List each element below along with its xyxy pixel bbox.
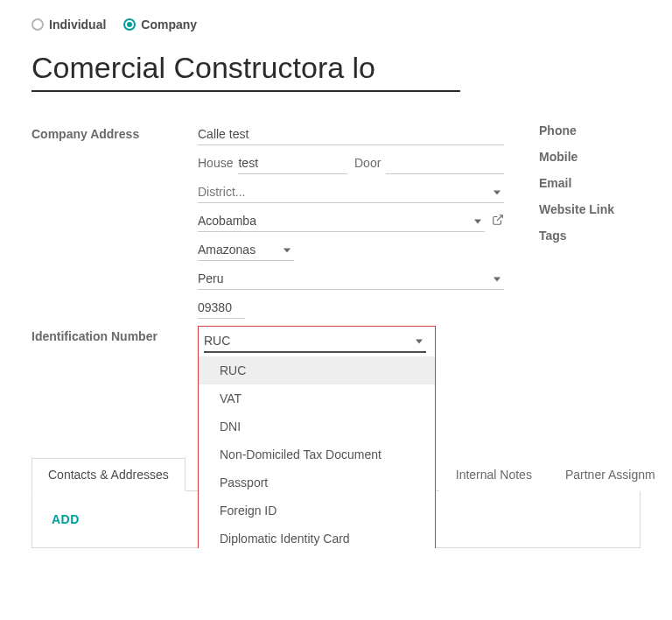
street-input[interactable] xyxy=(198,123,504,145)
identification-type-dropdown: RUC VAT DNI Non-Domiciled Tax Document P… xyxy=(198,356,436,548)
identification-number-label: Identification Number xyxy=(32,326,198,361)
external-link-icon[interactable] xyxy=(492,214,504,229)
radio-icon-selected xyxy=(123,18,136,31)
website-label: Website Link xyxy=(539,202,640,216)
tab-internal-notes[interactable]: Internal Notes xyxy=(439,458,549,491)
tab-partner-assignment[interactable]: Partner Assignm xyxy=(549,458,672,491)
radio-icon xyxy=(32,18,44,31)
company-name-input[interactable] xyxy=(32,47,460,92)
email-label: Email xyxy=(539,176,640,190)
tab-contacts-addresses[interactable]: Contacts & Addresses xyxy=(32,458,186,491)
country-select[interactable] xyxy=(198,268,504,290)
add-button[interactable]: ADD xyxy=(52,512,80,526)
company-address-label: Company Address xyxy=(32,123,198,319)
svg-line-0 xyxy=(497,215,502,221)
identification-type-box: RUC VAT DNI Non-Domiciled Tax Document P… xyxy=(198,326,436,361)
contact-type-company[interactable]: Company xyxy=(123,18,197,32)
contact-type-individual[interactable]: Individual xyxy=(32,18,106,32)
dropdown-option-nondomiciled[interactable]: Non-Domiciled Tax Document xyxy=(199,440,435,469)
phone-label: Phone xyxy=(539,123,640,137)
dropdown-option-dni[interactable]: DNI xyxy=(199,412,435,440)
state-select[interactable] xyxy=(198,239,294,261)
zip-input[interactable] xyxy=(198,297,245,319)
contact-type-company-label: Company xyxy=(141,18,197,32)
dropdown-option-vat[interactable]: VAT xyxy=(199,384,435,412)
dropdown-option-ruc[interactable]: RUC xyxy=(199,356,435,384)
dropdown-option-passport[interactable]: Passport xyxy=(199,469,435,497)
door-label: Door xyxy=(354,156,381,170)
dropdown-option-diplomatic[interactable]: Diplomatic Identity Card xyxy=(199,525,435,548)
mobile-label: Mobile xyxy=(539,150,640,164)
city-select[interactable] xyxy=(198,210,485,232)
house-input[interactable] xyxy=(238,152,347,174)
house-label: House xyxy=(198,156,233,170)
tags-label: Tags xyxy=(539,229,640,243)
dropdown-option-foreignid[interactable]: Foreign ID xyxy=(199,497,435,525)
identification-type-select[interactable] xyxy=(204,330,426,353)
door-input[interactable] xyxy=(386,152,504,174)
contact-type-individual-label: Individual xyxy=(49,18,106,32)
district-select[interactable] xyxy=(198,181,504,203)
